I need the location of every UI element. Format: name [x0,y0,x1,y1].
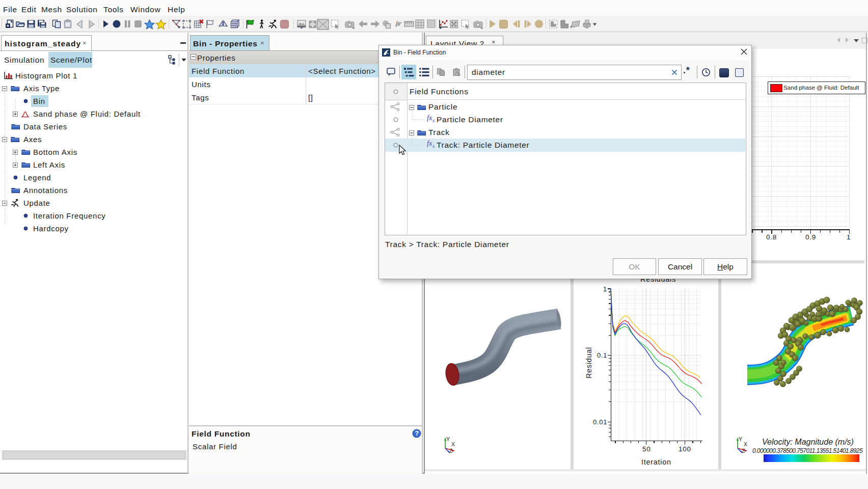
svg-text:fx: fx [396,20,400,27]
svg-text:s: s [432,118,435,123]
svg-text:fx: fx [427,140,432,147]
svg-text:?: ? [415,430,419,437]
svg-text:s: s [432,143,435,149]
svg-text:fx: fx [427,114,432,122]
